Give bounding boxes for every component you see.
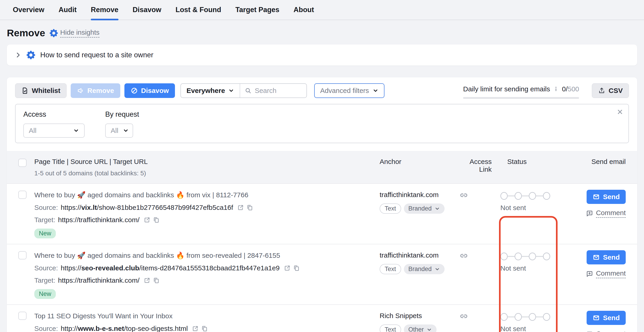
disavow-button[interactable]: Disavow bbox=[124, 83, 175, 98]
hide-insights-toggle[interactable]: Hide insights bbox=[50, 28, 100, 38]
copy-icon[interactable] bbox=[293, 265, 300, 272]
advanced-filters-button[interactable]: Advanced filters bbox=[314, 83, 384, 98]
new-badge: New bbox=[34, 289, 56, 299]
whitelist-button[interactable]: Whitelist bbox=[15, 83, 66, 98]
copy-icon[interactable] bbox=[201, 325, 208, 332]
row-checkbox[interactable] bbox=[18, 191, 26, 199]
table-row: Where to buy 🚀 aged domains and backlink… bbox=[7, 183, 637, 244]
send-cell: Send Comment bbox=[558, 190, 626, 238]
copy-icon[interactable] bbox=[153, 216, 160, 223]
access-filter-select[interactable]: All bbox=[23, 124, 84, 138]
remove-button[interactable]: Remove bbox=[71, 83, 120, 98]
tab-about[interactable]: About bbox=[294, 0, 314, 20]
whitelist-icon bbox=[21, 87, 28, 94]
external-link-icon[interactable] bbox=[237, 204, 244, 211]
source-label: Source: bbox=[34, 324, 58, 332]
search-group: Everywhere bbox=[180, 83, 307, 98]
disavow-label: Disavow bbox=[141, 87, 169, 95]
source-url[interactable]: https://vix.lt/show-81bbe1b277665487b99f… bbox=[60, 202, 233, 213]
access-link-cell bbox=[460, 250, 492, 299]
link-icon[interactable] bbox=[460, 191, 492, 199]
tab-lost-found[interactable]: Lost & Found bbox=[176, 0, 221, 20]
info-icon[interactable] bbox=[553, 86, 559, 92]
status-text: Not sent bbox=[500, 204, 558, 212]
external-link-icon[interactable] bbox=[192, 325, 199, 332]
external-link-icon[interactable] bbox=[284, 265, 291, 272]
link-icon[interactable] bbox=[460, 252, 492, 260]
backlinks-panel: Whitelist Remove Disavow Everywhere bbox=[7, 77, 637, 332]
tab-remove[interactable]: Remove bbox=[91, 0, 118, 20]
chevron-down-icon bbox=[73, 128, 79, 134]
column-status: Status bbox=[500, 158, 558, 177]
comment-link[interactable]: Comment bbox=[586, 330, 626, 332]
status-text: Not sent bbox=[500, 325, 558, 332]
tab-audit[interactable]: Audit bbox=[58, 0, 76, 20]
access-filter-value: All bbox=[29, 127, 36, 135]
by-request-filter: By request All bbox=[105, 110, 139, 138]
search-input[interactable] bbox=[255, 87, 302, 95]
column-send-email: Send email bbox=[558, 158, 626, 177]
whitelist-label: Whitelist bbox=[32, 87, 60, 95]
row-checkbox[interactable] bbox=[18, 251, 26, 259]
gear-icon bbox=[50, 29, 58, 37]
comment-plus-icon bbox=[586, 270, 593, 278]
chevron-down-icon bbox=[228, 88, 234, 94]
access-filter-label: Access bbox=[23, 110, 84, 119]
table-header: Page Title | Source URL | Target URL 1-5… bbox=[7, 151, 637, 183]
anchor-text: Rich Snippets bbox=[380, 311, 460, 321]
envelope-icon bbox=[592, 314, 600, 322]
anchor-category-dropdown[interactable]: Other bbox=[404, 325, 437, 332]
external-link-icon[interactable] bbox=[144, 277, 150, 284]
tab-disavow[interactable]: Disavow bbox=[133, 0, 162, 20]
tab-target-pages[interactable]: Target Pages bbox=[235, 0, 279, 20]
anchor-category-dropdown[interactable]: Branded bbox=[404, 203, 444, 214]
csv-label: CSV bbox=[608, 87, 623, 95]
comment-plus-icon bbox=[586, 331, 593, 332]
send-button[interactable]: Send bbox=[586, 250, 626, 264]
csv-export-button[interactable]: CSV bbox=[592, 83, 629, 98]
chevron-down-icon bbox=[372, 88, 378, 94]
column-page-title: Page Title | Source URL | Target URL bbox=[34, 158, 380, 166]
gear-icon bbox=[26, 51, 35, 59]
link-icon[interactable] bbox=[460, 312, 492, 320]
source-url[interactable]: https://seo-revealed.club/items-d28476a1… bbox=[60, 263, 280, 273]
send-label: Send bbox=[603, 314, 620, 322]
daily-limit: Daily limit for sending emails 0/500 bbox=[463, 83, 579, 99]
scope-value: Everywhere bbox=[186, 87, 225, 95]
search-icon bbox=[245, 87, 252, 94]
anchor-type-badge: Text bbox=[380, 264, 401, 274]
top-nav: Overview Audit Remove Disavow Lost & Fou… bbox=[0, 0, 644, 20]
status-cell: Not sent bbox=[500, 250, 558, 299]
daily-limit-used: 0/ bbox=[562, 85, 568, 93]
status-text: Not sent bbox=[500, 264, 558, 272]
status-stepper bbox=[500, 253, 558, 260]
envelope-icon bbox=[592, 193, 600, 200]
how-to-send-request-panel[interactable]: How to send request to a site owner bbox=[7, 44, 637, 66]
anchor-category-value: Other bbox=[408, 326, 424, 332]
by-request-filter-select[interactable]: All bbox=[105, 124, 133, 138]
target-label: Target: bbox=[34, 215, 55, 225]
anchor-category-dropdown[interactable]: Branded bbox=[404, 264, 444, 274]
advanced-filters-label: Advanced filters bbox=[320, 87, 369, 95]
copy-icon[interactable] bbox=[246, 204, 253, 211]
target-url[interactable]: https://trafficthinktank.com/ bbox=[58, 215, 140, 225]
tab-overview[interactable]: Overview bbox=[13, 0, 44, 20]
access-filter: Access All bbox=[23, 110, 84, 138]
source-url[interactable]: http://www.b-e-s.net/top-seo-digests.htm… bbox=[60, 324, 188, 332]
status-cell: Not sent bbox=[500, 311, 558, 332]
copy-icon[interactable] bbox=[153, 277, 160, 284]
status-cell: Not sent bbox=[500, 190, 558, 238]
external-link-icon[interactable] bbox=[144, 216, 150, 223]
daily-limit-total: 500 bbox=[568, 85, 579, 93]
comment-link[interactable]: Comment bbox=[586, 209, 626, 218]
scope-select[interactable]: Everywhere bbox=[181, 87, 240, 95]
filter-panel: Access All By request All bbox=[15, 104, 629, 143]
row-checkbox[interactable] bbox=[18, 312, 26, 320]
select-all-checkbox[interactable] bbox=[18, 159, 26, 167]
send-button[interactable]: Send bbox=[586, 190, 626, 204]
send-button[interactable]: Send bbox=[586, 311, 626, 325]
close-icon[interactable] bbox=[616, 108, 624, 115]
comment-link[interactable]: Comment bbox=[586, 269, 626, 278]
target-url[interactable]: https://trafficthinktank.com/ bbox=[58, 275, 140, 285]
daily-limit-progressbar bbox=[463, 97, 579, 99]
